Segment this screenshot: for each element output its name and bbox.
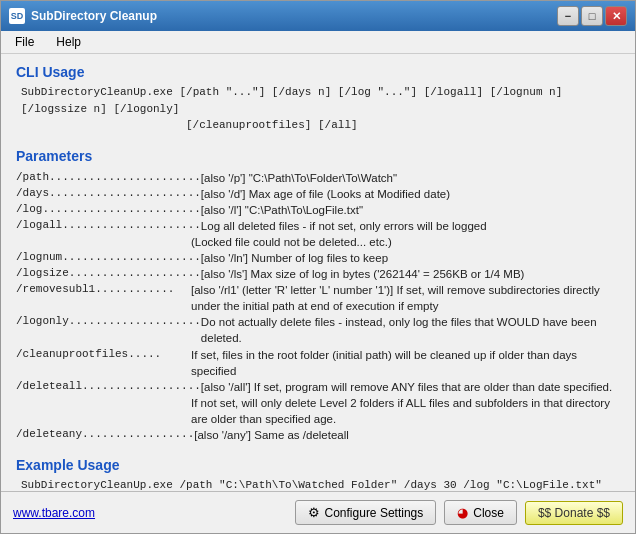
param-removesubl1: /removesubl1............ [also '/rl1' (l… [16,282,620,298]
param-desc-days: [also '/d'] Max age of file (Looks at Mo… [201,186,620,202]
configure-label: Configure Settings [325,506,424,520]
param-desc-lognum: [also '/ln'] Number of log files to keep [201,250,620,266]
param-desc-logall-cont: (Locked file could not be deleted... etc… [16,234,620,250]
param-desc-logall: Log all deleted files - if not set, only… [201,218,620,234]
param-desc-log: [also '/l'] "C:\Path\To\LogFile.txt" [201,202,620,218]
close-label: Close [473,506,504,520]
minimize-button[interactable]: − [557,6,579,26]
cli-section-title: CLI Usage [16,64,620,80]
menu-file[interactable]: File [9,33,40,51]
param-desc-deleteany: [also '/any'] Same as /deleteall [194,427,620,443]
param-name-cleanuprootfiles: /cleanuprootfiles..... [16,347,191,379]
param-desc-deleteall-cont2: are older than specified age. [16,411,620,427]
param-desc-path: [also '/p'] "C:\Path\To\Folder\To\Watch" [201,170,620,186]
param-logonly: /logonly.................... Do not actu… [16,314,620,346]
param-name-logsize: /logsize.................... [16,266,201,282]
close-icon: ◕ [457,505,468,520]
params-section-title: Parameters [16,148,620,164]
param-desc-logonly: Do not actually delete files - instead, … [201,314,620,346]
param-log: /log........................ [also '/l']… [16,202,620,218]
param-name-logonly: /logonly.................... [16,314,201,346]
close-button[interactable]: ◕ Close [444,500,517,525]
param-deleteall: /deleteall.................. [also '/all… [16,379,620,395]
title-bar: SD SubDirectory Cleanup − □ ✕ [1,1,635,31]
cli-line1: SubDirectoryCleanUp.exe [/path "..."] [/… [21,84,620,117]
configure-button[interactable]: ⚙ Configure Settings [295,500,437,525]
menu-bar: File Help [1,31,635,54]
param-desc-logsize: [also '/ls'] Max size of log in bytes ('… [201,266,620,282]
window-close-button[interactable]: ✕ [605,6,627,26]
param-desc-removesubl1-cont: under the initial path at end of executi… [16,298,620,314]
param-desc-deleteall: [also '/all'] If set, program will remov… [201,379,620,395]
configure-icon: ⚙ [308,505,320,520]
param-name-removesubl1: /removesubl1............ [16,282,191,298]
donate-label: $$ Donate $$ [538,506,610,520]
window-title: SubDirectory Cleanup [31,9,557,23]
param-path: /path....................... [also '/p']… [16,170,620,186]
param-name-path: /path....................... [16,170,201,186]
param-desc-removesubl1: [also '/rl1' (letter 'R' letter 'L' numb… [191,282,620,298]
website-link[interactable]: www.tbare.com [13,506,95,520]
footer: www.tbare.com ⚙ Configure Settings ◕ Clo… [1,491,635,533]
param-desc-deleteall-cont1: If not set, will only delete Level 2 fol… [16,395,620,411]
param-name-days: /days....................... [16,186,201,202]
app-icon: SD [9,8,25,24]
maximize-button[interactable]: □ [581,6,603,26]
param-desc-cleanuprootfiles: If set, files in the root folder (initia… [191,347,620,379]
donate-button[interactable]: $$ Donate $$ [525,501,623,525]
param-name-logall: /logall..................... [16,218,201,234]
main-window: SD SubDirectory Cleanup − □ ✕ File Help … [0,0,636,534]
window-controls: − □ ✕ [557,6,627,26]
param-name-deleteany: /deleteany................. [16,427,194,443]
param-name-log: /log........................ [16,202,201,218]
param-logall: /logall..................... Log all del… [16,218,620,234]
param-logsize: /logsize.................... [also '/ls'… [16,266,620,282]
param-lognum: /lognum..................... [also '/ln'… [16,250,620,266]
content-area: CLI Usage SubDirectoryCleanUp.exe [/path… [1,54,635,491]
param-cleanuprootfiles: /cleanuprootfiles..... If set, files in … [16,347,620,379]
example-line1: SubDirectoryCleanUp.exe /path "C:\Path\T… [21,477,620,491]
param-days: /days....................... [also '/d']… [16,186,620,202]
menu-help[interactable]: Help [50,33,87,51]
param-name-lognum: /lognum..................... [16,250,201,266]
param-name-deleteall: /deleteall.................. [16,379,201,395]
params-table: /path....................... [also '/p']… [16,170,620,444]
cli-line2: [/cleanuprootfiles] [/all] [186,117,620,134]
example-section-title: Example Usage [16,457,620,473]
param-deleteany: /deleteany................. [also '/any'… [16,427,620,443]
